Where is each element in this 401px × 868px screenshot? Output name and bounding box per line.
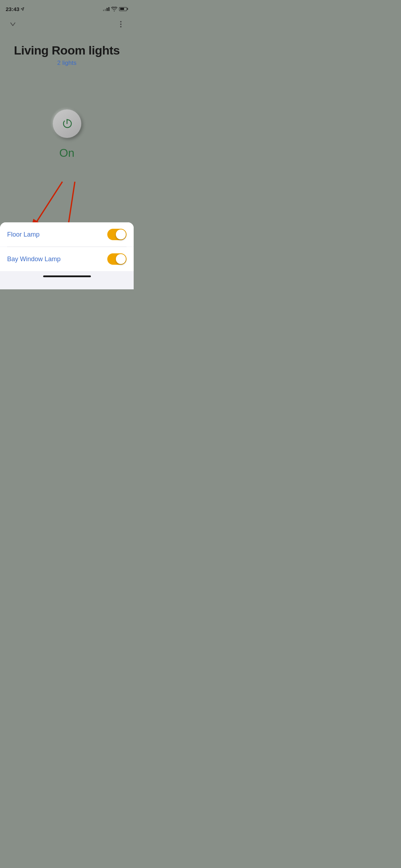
main-content: Living Room lights 2 lights On: [0, 33, 134, 160]
svg-point-1: [120, 24, 122, 25]
battery-icon: [119, 7, 128, 11]
power-area: On: [53, 109, 81, 160]
bay-window-lamp-item: Bay Window Lamp: [0, 247, 134, 271]
floor-lamp-item: Floor Lamp: [0, 222, 134, 247]
status-icons: [103, 7, 128, 11]
bottom-panel: Floor Lamp Bay Window Lamp: [0, 222, 134, 289]
nav-bar: [0, 16, 134, 33]
home-indicator: [43, 275, 91, 277]
floor-lamp-label[interactable]: Floor Lamp: [7, 231, 40, 238]
power-status: On: [59, 146, 74, 160]
bay-window-lamp-label[interactable]: Bay Window Lamp: [7, 255, 61, 263]
page-title: Living Room lights: [14, 43, 120, 57]
svg-point-2: [120, 26, 122, 27]
back-button[interactable]: [7, 19, 19, 30]
wifi-icon: [111, 7, 117, 11]
svg-point-0: [120, 21, 122, 22]
lights-count[interactable]: 2 lights: [57, 60, 77, 67]
bay-window-lamp-toggle-knob: [116, 254, 126, 264]
power-button[interactable]: [53, 109, 81, 138]
location-icon: [21, 7, 24, 11]
more-button[interactable]: [115, 19, 127, 30]
signal-bars-icon: [103, 7, 109, 11]
floor-lamp-toggle[interactable]: [107, 229, 127, 240]
floor-lamp-toggle-knob: [116, 229, 126, 239]
power-icon: [61, 118, 73, 130]
status-bar: 23:43: [0, 0, 134, 16]
bay-window-lamp-toggle[interactable]: [107, 253, 127, 265]
status-time: 23:43: [6, 6, 24, 12]
